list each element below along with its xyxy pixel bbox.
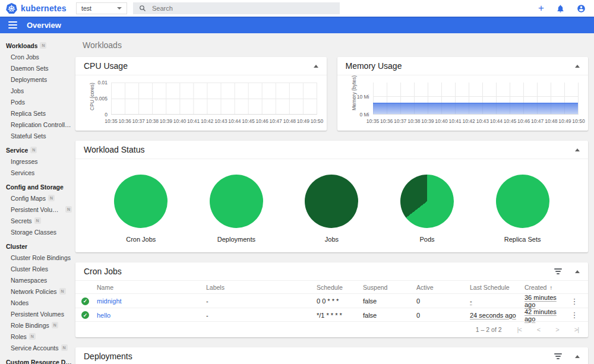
collapse-icon[interactable] (314, 65, 318, 68)
cell-last-schedule: - (470, 297, 472, 305)
column-header-labels[interactable]: Labels (206, 284, 317, 291)
collapse-icon[interactable] (575, 355, 580, 358)
sidebar-item[interactable]: Service Accounts N (6, 342, 72, 353)
collapse-icon[interactable] (575, 270, 580, 273)
workload-status-card: Workload Status Cron Jobs Deployments (75, 141, 588, 252)
sidebar-item-label: Persistent Volume Claims (11, 206, 63, 213)
sidebar-item[interactable]: Nodes (6, 297, 72, 308)
collapse-icon[interactable] (575, 65, 580, 68)
first-page-button[interactable]: |< (517, 326, 522, 333)
resource-name-link[interactable]: hello (97, 312, 206, 319)
table-header-row: Name Labels Schedule Suspend Active Last… (75, 281, 588, 294)
filter-icon[interactable] (554, 353, 562, 359)
sidebar-item[interactable]: Secrets N (6, 215, 72, 226)
cell-active: 0 (416, 312, 470, 319)
x-tick: 10:42 (463, 118, 475, 124)
sidebar-item[interactable]: Daemon Sets (6, 62, 72, 74)
pagination-range: 1 – 2 of 2 (476, 326, 502, 333)
table-row[interactable]: ✓ midnight - 0 0 * * * false 0 - 36 minu… (75, 294, 588, 308)
sidebar-item[interactable]: Cluster (6, 240, 72, 252)
namespace-select[interactable]: test (76, 2, 127, 14)
sidebar-item[interactable]: Pods (6, 96, 72, 107)
memory-area-series (373, 103, 579, 114)
account-circle-icon[interactable] (577, 4, 586, 13)
pie-chart[interactable] (496, 175, 549, 228)
sidebar-item[interactable]: Roles N (6, 331, 72, 342)
x-tick: 10:36 (118, 118, 131, 124)
sidebar-item-label: Network Policies (11, 288, 57, 295)
namespaced-badge: N (61, 344, 68, 351)
sidebar-item-label: Custom Resource Definitions (6, 359, 72, 364)
notifications-bell-icon[interactable] (556, 4, 565, 13)
pie-chart[interactable] (114, 175, 168, 228)
sidebar-item[interactable]: Stateful Sets (6, 130, 72, 141)
pie-chart[interactable] (210, 175, 263, 228)
pie-label: Cron Jobs (126, 236, 156, 243)
sidebar-item[interactable]: Cron Jobs (6, 51, 72, 62)
x-tick: 10:48 (283, 118, 296, 124)
x-tick: 10:43 (476, 118, 489, 124)
x-tick: 10:41 (448, 118, 461, 124)
x-tick: 10:37 (394, 118, 406, 124)
sidebar-item[interactable]: Config Maps N (6, 192, 72, 204)
column-header-active[interactable]: Active (416, 284, 470, 291)
sidebar-item[interactable]: Cluster Role Bindings (6, 252, 72, 263)
pagination: 1 – 2 of 2 |< < > >| (75, 322, 588, 337)
sidebar-item[interactable]: Cluster Roles (6, 263, 72, 274)
pie-chart[interactable] (305, 175, 358, 228)
collapse-icon[interactable] (575, 148, 580, 151)
column-header-suspend[interactable]: Suspend (363, 284, 416, 291)
sidebar-item[interactable]: Network Policies N (6, 286, 72, 297)
sidebar-item[interactable]: Jobs (6, 85, 72, 96)
x-tick: 10:47 (270, 118, 282, 124)
sidebar-item[interactable]: Persistent Volume Claims N (6, 204, 72, 215)
sidebar-item-label: Cluster (6, 243, 27, 250)
column-header-created[interactable]: Created↑ (525, 284, 567, 291)
column-header-last-schedule[interactable]: Last Schedule (470, 284, 525, 291)
pie-chart[interactable] (400, 175, 454, 228)
sidebar-item[interactable]: Services (6, 167, 72, 178)
resource-name-link[interactable]: midnight (97, 297, 206, 305)
last-page-button[interactable]: >| (574, 326, 579, 333)
sidebar-item[interactable]: Replica Sets (6, 107, 72, 119)
workload-status-pie: Jobs (305, 175, 358, 243)
memory-usage-card: Memory Usage Memory (bytes) 10 Mi 0 Mi 1… (337, 57, 589, 131)
workload-status-pie: Replica Sets (496, 175, 549, 243)
x-tick: 10:39 (160, 118, 172, 124)
namespaced-badge: N (65, 206, 72, 213)
row-menu-button[interactable]: ⋮ (567, 297, 582, 306)
sidebar-item[interactable]: Storage Classes (6, 226, 72, 238)
workload-status-pie: Deployments (210, 175, 263, 243)
sidebar-item[interactable]: Replication Controllers (6, 119, 72, 130)
x-tick: 10:41 (187, 118, 200, 124)
row-menu-button[interactable]: ⋮ (567, 311, 582, 319)
prev-page-button[interactable]: < (537, 326, 540, 333)
search-bar[interactable] (133, 2, 340, 14)
sidebar-item[interactable]: Workloads N (6, 40, 72, 51)
cell-schedule: */1 * * * * (317, 312, 363, 319)
menu-hamburger-icon[interactable] (8, 21, 17, 29)
page-nav-bar: Overview (0, 17, 594, 33)
column-header-schedule[interactable]: Schedule (317, 284, 363, 291)
sidebar-item[interactable]: Role Bindings N (6, 319, 72, 331)
sidebar-item-label: Pods (11, 99, 25, 106)
sidebar-item[interactable]: Service N (6, 144, 72, 156)
kubernetes-helm-icon (6, 3, 17, 14)
sidebar-item[interactable]: Custom Resource Definitions (6, 356, 72, 364)
table-row[interactable]: ✓ hello - */1 * * * * false 0 24 seconds… (75, 308, 588, 322)
sidebar-item-label: Persistent Volumes (11, 311, 64, 318)
kubernetes-logo[interactable]: kubernetes (6, 3, 76, 14)
namespaced-badge: N (30, 147, 37, 153)
sidebar-item[interactable]: Ingresses (6, 156, 72, 167)
y-axis-label: Memory (bytes) (351, 87, 357, 110)
sidebar-item[interactable]: Namespaces (6, 274, 72, 286)
sidebar-item[interactable]: Config and Storage (6, 181, 72, 192)
sidebar-item[interactable]: Persistent Volumes (6, 308, 72, 319)
column-header-name[interactable]: Name (97, 284, 206, 291)
next-page-button[interactable]: > (555, 326, 558, 333)
sidebar-item-label: Cluster Role Bindings (11, 254, 71, 261)
sidebar-item[interactable]: Deployments (6, 74, 72, 85)
create-button[interactable]: + (538, 4, 544, 12)
filter-icon[interactable] (554, 268, 562, 274)
search-input[interactable] (152, 5, 334, 12)
